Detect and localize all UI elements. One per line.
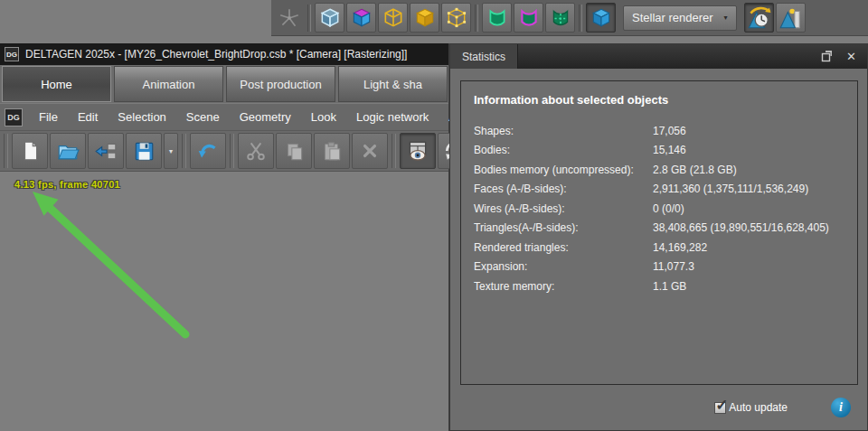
render-light-panel-button[interactable] — [776, 3, 806, 33]
stat-label: Wires (A-/B-sides): — [474, 202, 653, 215]
toolbar-separator — [475, 5, 478, 32]
app-logo-icon: DG — [5, 47, 19, 61]
menu-bar: DG File Edit Selection Scene Geometry Lo… — [0, 103, 448, 130]
import-icon — [94, 139, 118, 163]
ribbon-tabs: Home Animation Post production Light & s… — [0, 65, 448, 103]
cube-solid-yellow-button[interactable] — [410, 3, 439, 33]
cube-transparent-blue-button[interactable] — [315, 3, 344, 33]
paste-button[interactable] — [314, 133, 350, 169]
deltagen-window: DG DELTAGEN 2025x - [MY26_Chevrolet_Brig… — [0, 43, 449, 431]
tab-light-shadow-label: Light & sha — [363, 78, 422, 91]
copy-icon — [282, 139, 306, 163]
stat-row-triangles: Triangles(A-/B-sides): 38,408,665 (19,89… — [474, 219, 850, 239]
menu-file[interactable]: File — [29, 110, 68, 124]
stat-value: 11,077.3 — [653, 260, 850, 273]
auto-update-label[interactable]: Auto update — [729, 401, 788, 414]
show-view-button[interactable] — [400, 133, 436, 169]
close-icon[interactable]: ✕ — [846, 51, 856, 62]
stat-row-rendered-triangles: Rendered triangles: 14,169,282 — [474, 238, 850, 258]
stat-label: Texture memory: — [474, 280, 653, 293]
menu-logic-network[interactable]: Logic network — [346, 110, 439, 124]
auto-update-checkbox[interactable]: ✓ — [714, 402, 726, 414]
menu-look[interactable]: Look — [301, 110, 346, 124]
cut-scissors-icon — [244, 139, 268, 163]
delete-button[interactable] — [352, 133, 388, 169]
toolbar-separator — [579, 5, 582, 32]
undo-icon — [196, 139, 220, 163]
import-button[interactable] — [88, 133, 124, 169]
new-file-icon — [18, 139, 42, 163]
save-icon — [132, 139, 156, 163]
info-glyph: i — [839, 400, 843, 415]
save-dropdown-button[interactable]: ▾ — [164, 133, 178, 169]
undo-button[interactable] — [190, 133, 226, 169]
copy-button[interactable] — [276, 133, 312, 169]
stat-label: Rendered triangles: — [474, 241, 653, 254]
surface-green-icon — [486, 6, 509, 30]
menu-edit[interactable]: Edit — [68, 110, 108, 124]
stat-label: Shapes: — [474, 125, 653, 137]
open-file-button[interactable] — [50, 133, 86, 169]
tab-home[interactable]: Home — [2, 66, 111, 102]
surface-green-button[interactable] — [482, 3, 512, 33]
stat-row-wires: Wires (A-/B-sides): 0 (0/0) — [474, 199, 850, 219]
surface-green-dashed-icon — [549, 6, 572, 30]
menu-logo-icon[interactable]: DG — [5, 108, 23, 126]
stat-label: Triangles(A-/B-sides): — [474, 221, 653, 234]
tab-animation[interactable]: Animation — [114, 66, 223, 102]
toolbar-separator — [392, 134, 396, 168]
statistics-header[interactable]: Statistics ✕ — [450, 44, 867, 69]
tab-post-production[interactable]: Post production — [226, 66, 335, 102]
chevron-down-icon: ▾ — [169, 147, 173, 155]
statistics-rows: Shapes: 17,056 Bodies: 15,146 Bodies mem… — [474, 121, 850, 296]
paste-clipboard-icon — [320, 139, 344, 163]
stat-row-texture-memory: Texture memory: 1.1 GB — [474, 276, 850, 296]
axis-gizmo-glyph — [278, 6, 301, 30]
stat-row-expansion: Expansion: 11,077.3 — [474, 258, 850, 277]
cube-blue-magenta-top-button[interactable] — [346, 3, 376, 33]
render-time-clock-button[interactable] — [744, 3, 774, 33]
delete-x-icon — [358, 139, 382, 163]
cube-solid-blue-button[interactable] — [586, 3, 616, 33]
cube-wireframe-yellow-button[interactable] — [378, 3, 408, 33]
surface-green-dashed-button[interactable] — [545, 3, 575, 33]
menu-selection[interactable]: Selection — [108, 110, 175, 124]
toolbar-separator — [307, 5, 311, 32]
cube-wireframe-vertices-yellow-button[interactable] — [441, 3, 471, 33]
stat-label: Bodies memory (uncompressed): — [474, 164, 653, 176]
statistics-content-box: Information about selected objects Shape… — [460, 80, 858, 385]
stat-value: 0 (0/0) — [653, 202, 850, 215]
render-light-panel-icon — [778, 5, 803, 31]
statistics-tab[interactable]: Statistics — [450, 44, 518, 69]
toolbar-separator — [230, 134, 234, 168]
tab-light-shadow[interactable]: Light & sha — [338, 66, 448, 102]
statistics-heading: Information about selected objects — [461, 81, 857, 107]
title-bar[interactable]: DG DELTAGEN 2025x - [MY26_Chevrolet_Brig… — [0, 43, 448, 65]
cube-wireframe-vertices-yellow-icon — [445, 6, 468, 30]
stat-row-bodies-memory: Bodies memory (uncompressed): 2.8 GB (21… — [474, 160, 850, 180]
surface-green-magenta-edge-button[interactable] — [514, 3, 543, 33]
window-title: DELTAGEN 2025x - [MY26_Chevrolet_BrightD… — [25, 48, 407, 61]
new-file-button[interactable] — [12, 133, 48, 169]
axis-gizmo-icon[interactable] — [274, 3, 304, 33]
statistics-footer: ✓ Auto update i — [450, 397, 867, 418]
menu-geometry[interactable]: Geometry — [230, 110, 301, 124]
renderer-dropdown[interactable]: Stellar renderer ▾ — [623, 5, 737, 31]
stat-value: 2,911,360 (1,375,111/1,536,249) — [653, 183, 850, 195]
toolbar-separator — [182, 134, 186, 168]
renderer-dropdown-label: Stellar renderer — [632, 11, 713, 24]
cube-solid-blue-icon — [590, 6, 613, 30]
checkbox-check-icon: ✓ — [715, 396, 728, 415]
statistics-panel: Statistics ✕ Information about selected … — [449, 43, 868, 431]
annotation-arrow — [0, 172, 217, 352]
stat-row-faces: Faces (A-/B-sides): 2,911,360 (1,375,111… — [474, 180, 850, 200]
stat-label: Faces (A-/B-sides): — [474, 183, 653, 195]
stat-label: Expansion: — [474, 260, 653, 273]
stat-value: 2.8 GB (21.8 GB) — [653, 164, 850, 176]
float-panel-icon[interactable] — [821, 51, 833, 62]
cut-button[interactable] — [238, 133, 274, 169]
menu-scene[interactable]: Scene — [176, 110, 230, 124]
viewport-3d[interactable]: 4.13 fps, frame 40701 — [0, 172, 448, 431]
info-icon[interactable]: i — [831, 398, 851, 417]
save-button[interactable] — [126, 133, 162, 169]
